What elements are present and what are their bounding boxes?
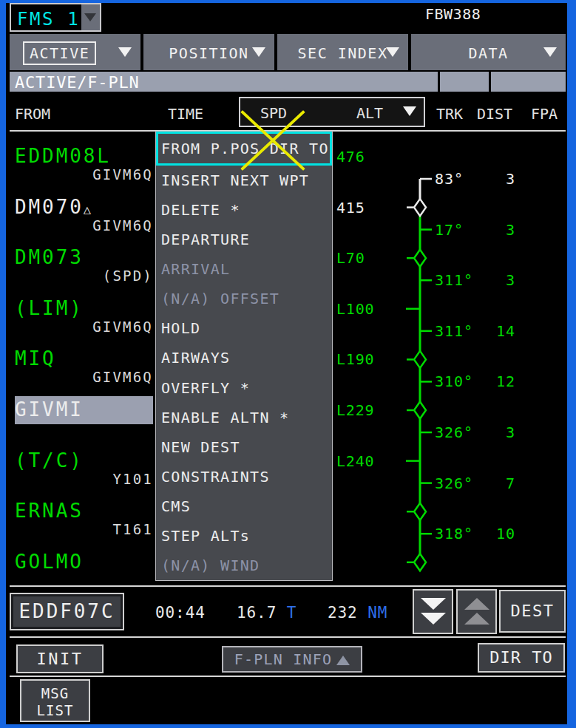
leg-distance-value: 10 [473,525,515,542]
footer-separator [10,676,566,677]
leg-distance-value: 3 [473,271,515,289]
fpln-info-label: F-PLN INFO [234,650,332,668]
leg-track-value: 17° [435,221,464,239]
airway-label: GIVM6Q [15,319,153,335]
airway-label: (SPD) [15,268,153,284]
menu-item-hold[interactable]: HOLD [156,313,332,343]
waypoint-name[interactable]: (LIM) [15,297,84,319]
waypoint-name[interactable]: DM073 [15,246,84,268]
altitude-value: L190 [336,350,374,368]
airway-label: GIVM6Q [15,217,153,234]
airway-label: T161 [15,521,153,537]
menu-item-departure[interactable]: DEPARTURE [156,225,332,254]
menu-item-new-dest[interactable]: NEW DEST [156,432,332,462]
fuel-unit: T [287,604,297,622]
menu-item-constraints[interactable]: CONSTRAINTS [156,462,332,491]
leg-distance-value: 14 [473,322,515,340]
destination-fuel: 16.7 T [237,604,297,622]
waypoint-name[interactable]: GIVMI [15,398,84,421]
leg-distance-value: 3 [473,423,515,441]
menu-item-from-p-pos-dir-to[interactable]: FROM P.POS DIR TO [156,132,332,166]
altitude-value: L70 [336,249,365,267]
menu-item-arrival: ARRIVAL [156,254,332,284]
scroll-down-button[interactable] [413,589,453,634]
chevron-up-icon [336,656,350,665]
waypoint-name[interactable]: GOLMO [15,551,84,573]
mfd-screen: FMS 1 FBW388 ACTIVEPOSITIONSEC INDEXDATA… [0,0,576,728]
dest-button[interactable]: DEST [499,590,566,633]
menu-item-insert-next-wpt[interactable]: INSERT NEXT WPT [156,166,332,195]
leg-track-value: 311° [435,322,473,340]
waypoint-name[interactable]: ERNAS [15,500,84,522]
waypoint-name[interactable]: EDDM08L [15,145,111,167]
double-arrow-up-icon [464,613,489,625]
altitude-value: L240 [336,452,374,470]
double-arrow-down-icon [421,613,446,625]
menu-item-airways[interactable]: AIRWAYS [156,343,332,372]
leg-track-value: 311° [435,271,473,289]
destination-distance: 232 NM [328,604,387,622]
double-arrow-down-icon [421,598,446,610]
destination-eta: 00:44 [155,604,206,622]
menu-item-enable-altn[interactable]: ENABLE ALTN * [156,403,332,432]
leg-distance-value: 12 [473,372,515,390]
fpln-info-button[interactable]: F-PLN INFO [222,646,362,673]
msg-list-label-line1: MSG [21,685,89,702]
dir-to-button[interactable]: DIR TO [478,643,565,673]
destination-separator-bottom [10,636,566,638]
waypoint-name[interactable]: (T/C) [15,449,84,472]
altitude-value: 476 [336,148,365,166]
airway-label: Y101 [15,471,153,487]
init-button[interactable]: INIT [16,644,104,673]
menu-item-n-a-offset: (N/A) OFFSET [156,284,332,313]
airway-label: GIVM6Q [15,369,153,385]
leg-track-value: 83° [435,170,464,188]
distance-value: 232 [328,604,358,622]
leg-track-value: 310° [435,372,473,390]
leg-distance-value: 3 [473,221,515,239]
altitude-value: L229 [336,401,374,419]
double-arrow-up-icon [464,598,489,610]
leg-track-value: 318° [435,525,473,542]
scroll-up-button[interactable] [456,589,497,634]
msg-list-button[interactable]: MSG LIST [20,679,90,722]
leg-track-value: 326° [435,423,473,441]
menu-item-n-a-wind: (N/A) WIND [156,551,332,580]
destination-airport-button[interactable]: EDDF07C [10,593,124,630]
fpln-context-menu: FROM P.POS DIR TOINSERT NEXT WPTDELETE *… [155,131,333,581]
altitude-value: L100 [336,300,374,318]
leg-distance-value: 7 [473,474,515,492]
altitude-value: 415 [336,199,365,217]
destination-separator-top [10,585,566,587]
msg-list-label-line2: LIST [21,702,89,719]
menu-item-delete[interactable]: DELETE * [156,195,332,225]
waypoint-name[interactable]: MIQ [15,347,56,370]
menu-item-overfly[interactable]: OVERFLY * [156,373,332,403]
airway-label: GIVM6Q [15,166,153,183]
overfly-symbol-icon: △ [84,202,91,217]
distance-unit: NM [367,604,387,622]
waypoint-name[interactable]: DM070△ [15,196,91,218]
leg-distance-value: 3 [473,170,515,188]
menu-item-step-alts[interactable]: STEP ALTs [156,521,332,551]
fuel-value: 16.7 [237,604,277,622]
leg-track-value: 326° [435,474,473,492]
menu-item-cms[interactable]: CMS [156,491,332,521]
